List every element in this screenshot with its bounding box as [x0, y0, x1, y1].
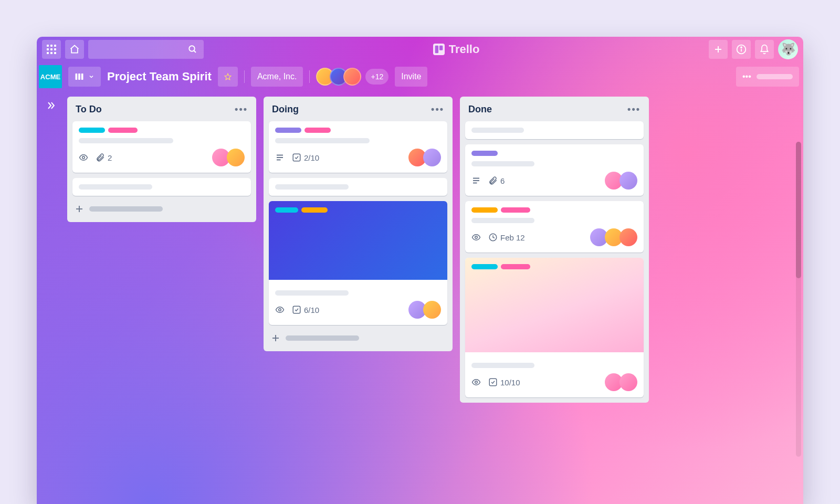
attachment-badge: 6 — [488, 176, 505, 185]
card-title-placeholder — [275, 290, 349, 296]
svg-rect-5 — [54, 48, 56, 50]
checklist-badge: 10/10 — [488, 377, 520, 387]
scrollbar[interactable] — [796, 142, 801, 457]
board-title[interactable]: Project Team Spirit — [107, 70, 212, 83]
trello-logo-icon — [433, 44, 445, 55]
list-menu-button[interactable]: ••• — [235, 104, 248, 115]
divider — [309, 70, 310, 83]
card[interactable]: 6 — [465, 144, 644, 196]
eye-icon — [471, 377, 481, 387]
attachment-badge: 2 — [96, 153, 112, 162]
member-avatars[interactable] — [316, 68, 361, 86]
label-yellow — [301, 207, 328, 213]
add-card-button[interactable] — [269, 330, 447, 346]
brand: Trello — [208, 43, 705, 56]
card-title-placeholder — [275, 184, 349, 190]
label-cyan — [275, 207, 298, 213]
svg-rect-40 — [489, 379, 497, 386]
svg-rect-8 — [54, 52, 56, 54]
card[interactable] — [269, 178, 447, 196]
svg-rect-12 — [435, 46, 438, 54]
invite-button[interactable]: Invite — [395, 67, 427, 87]
paperclip-icon — [488, 176, 498, 185]
svg-line-10 — [194, 50, 196, 52]
svg-rect-11 — [433, 44, 445, 55]
card[interactable]: 6/10 — [269, 201, 447, 325]
avatar — [423, 301, 441, 319]
card[interactable] — [465, 121, 644, 139]
eye-icon — [275, 305, 285, 314]
check-square-icon — [292, 153, 301, 162]
sidebar-expand[interactable] — [42, 97, 60, 114]
search-icon — [188, 45, 197, 54]
apps-icon[interactable] — [42, 40, 61, 59]
card[interactable] — [72, 178, 251, 196]
card-title-placeholder — [79, 138, 173, 143]
list-title[interactable]: Doing — [272, 104, 299, 115]
ellipsis-icon: ••• — [742, 72, 751, 81]
info-icon — [736, 44, 747, 55]
extra-members-count[interactable]: +12 — [365, 69, 388, 85]
description-icon — [275, 153, 285, 162]
label-pink — [501, 207, 530, 213]
avatar — [343, 68, 361, 86]
board-menu-button[interactable]: ••• — [736, 67, 799, 87]
svg-rect-31 — [293, 306, 300, 313]
avatar — [423, 149, 441, 166]
home-icon[interactable] — [65, 40, 84, 59]
svg-rect-13 — [439, 46, 443, 50]
chevron-down-icon — [88, 74, 94, 80]
description-badge — [275, 153, 285, 162]
svg-rect-1 — [50, 45, 52, 47]
card[interactable]: 10/10 — [465, 258, 644, 397]
list-title[interactable]: To Do — [76, 104, 102, 115]
svg-rect-2 — [54, 45, 56, 47]
svg-point-23 — [82, 156, 85, 159]
plus-icon — [713, 45, 723, 54]
card-title-placeholder — [275, 138, 370, 143]
svg-rect-0 — [47, 45, 49, 47]
card[interactable]: 2 — [72, 121, 251, 173]
star-button[interactable] — [218, 67, 238, 87]
list-menu-button[interactable]: ••• — [627, 104, 640, 115]
description-icon — [471, 176, 481, 185]
checklist-badge: 6/10 — [292, 305, 319, 314]
label-cyan — [471, 264, 498, 269]
add-card-button[interactable] — [72, 201, 251, 217]
card[interactable]: Feb 12 — [465, 201, 644, 253]
svg-rect-6 — [47, 52, 49, 54]
info-button[interactable] — [732, 40, 751, 59]
paperclip-icon — [96, 153, 105, 162]
label-pink — [304, 128, 331, 133]
avatar — [620, 172, 637, 190]
card-title-placeholder — [471, 363, 534, 368]
card[interactable]: 2/10 — [269, 121, 447, 173]
board-switcher[interactable] — [68, 67, 101, 87]
check-square-icon — [292, 305, 301, 314]
divider — [244, 70, 245, 83]
card-title-placeholder — [471, 128, 524, 133]
brand-label: Trello — [449, 43, 480, 56]
boardbar: ACME Project Team Spirit Acme, Inc. +12 … — [37, 62, 803, 91]
workspace-badge[interactable]: ACME — [39, 65, 62, 88]
search-input[interactable] — [88, 40, 204, 59]
card-cover — [269, 201, 447, 280]
list-menu-button[interactable]: ••• — [431, 104, 444, 115]
list-todo: To Do ••• 2 — [67, 97, 256, 222]
label-pink — [501, 264, 530, 269]
list-title[interactable]: Done — [468, 104, 492, 115]
description-badge — [471, 176, 481, 185]
create-button[interactable] — [709, 40, 728, 59]
svg-point-39 — [475, 381, 478, 384]
notifications-button[interactable] — [755, 40, 774, 59]
avatar — [620, 228, 637, 246]
avatar — [227, 149, 245, 166]
scrollbar-thumb[interactable] — [796, 142, 801, 278]
star-icon — [224, 72, 232, 81]
checklist-badge: 2/10 — [292, 153, 319, 162]
account-avatar[interactable]: 🐺 — [778, 39, 798, 59]
svg-rect-3 — [47, 48, 49, 50]
label-yellow — [471, 207, 498, 213]
org-chip[interactable]: Acme, Inc. — [251, 67, 303, 87]
list-done: Done ••• 6 — [460, 97, 649, 403]
